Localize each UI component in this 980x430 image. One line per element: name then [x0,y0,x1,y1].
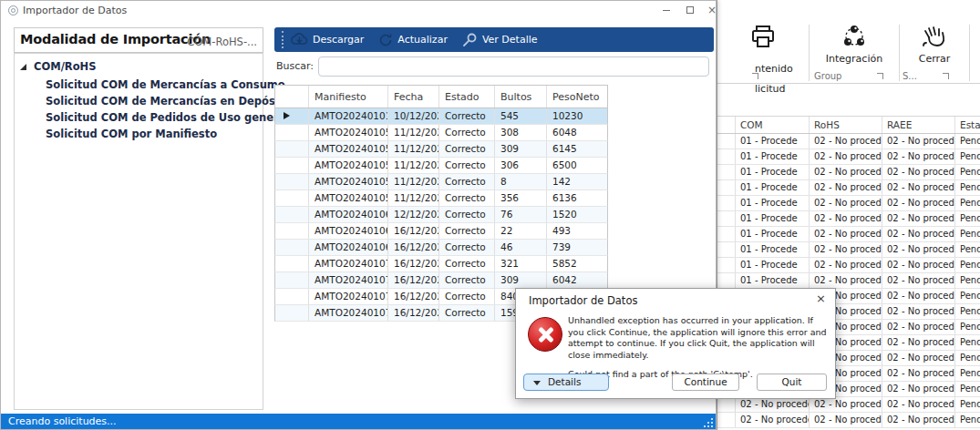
toolbar-grip[interactable] [282,31,284,48]
cell-com: 01 - Procede [736,134,810,148]
status-text: Creando solicitudes... [8,415,117,427]
cell-estado: Pendiente [955,180,980,195]
cell-bultos: 46 [495,240,547,255]
table-row[interactable]: AMTO202401054 11/12/2024 Correcto 309 61… [274,141,608,158]
dialog-close-icon[interactable]: × [816,292,826,305]
grid-header: Manifiesto Fecha Estado Bultos PesoNeto [274,85,608,108]
column-header-fecha[interactable]: Fecha [388,86,439,108]
details-button[interactable]: Details [523,374,609,391]
cell-manifiesto: AMTO202401053 [309,125,388,140]
cell-fecha: 11/12/2024 [388,125,439,140]
modality-tree: COM/RoHS Solicitud COM de Mercancías a C… [14,53,263,410]
column-header-rohs[interactable]: RoHS [810,117,882,133]
ver-detalle-button[interactable]: Ver Detalle [462,33,538,47]
column-header-com[interactable]: COM [736,117,810,133]
table-row[interactable]: AMTO202401063 16/12/2024 Correcto 22 493 [274,223,608,240]
cell-raee: 02 - No procede [882,196,955,210]
buscar-input[interactable] [318,56,709,77]
dialog-message-paragraph: Unhandled exception has occurred in your… [568,315,830,361]
cell-estado: Pendiente [955,335,980,350]
ribbon-button-label: Integración [812,54,896,64]
table-row[interactable]: 01 - Procede 02 - No procede 02 - No pro… [717,165,980,180]
cell-bultos: 306 [495,158,547,173]
ribbon-button-contenido-solicitud[interactable]: ntenido licitud [721,21,805,70]
table-row[interactable]: AMTO202401070 16/12/2024 Correcto 321 58… [274,256,608,272]
column-header-manifiesto[interactable]: Manifiesto [309,86,388,108]
row-indicator [275,125,309,140]
table-row[interactable]: AMTO202401061 12/12/2024 Correcto 76 152… [274,207,608,223]
cell-estado: Pendiente [955,351,980,365]
minimize-button[interactable] [659,5,674,17]
column-header-pesoneto[interactable]: PesoNeto [547,86,608,108]
column-header-estado[interactable]: Estado [439,86,495,108]
status-bar: Creando solicitudes... [1,414,716,429]
cell-rohs: 02 - No procede [810,258,882,272]
descargar-button[interactable]: Descargar [291,33,364,46]
table-row[interactable]: 02 - No procede 02 - No procede 02 - No … [717,397,980,413]
tree-root-com-rohs[interactable]: COM/RoHS [20,60,97,73]
table-row[interactable]: 01 - Procede 02 - No procede 02 - No pro… [717,242,980,258]
cell-bultos: 309 [495,272,547,288]
table-row[interactable]: AMTO202401013 10/12/2024 Correcto 545 10… [274,108,608,125]
cell-estado: Correcto [439,272,495,288]
table-row[interactable]: 01 - Procede 02 - No procede 02 - No pro… [717,196,980,211]
cell-estado: Correcto [439,240,495,255]
table-row[interactable]: AMTO202401075 16/12/2024 Correcto 309 60… [274,272,608,289]
cell-estado: Pendiente [955,149,980,164]
row-indicator [719,149,736,164]
close-button[interactable]: × [705,5,719,17]
cell-com: 02 - No procede [736,397,810,412]
column-header-estado[interactable]: Estado [955,117,980,133]
table-row[interactable]: 01 - Procede 02 - No procede 02 - No pro… [717,180,980,196]
cell-estado: Correcto [439,108,495,124]
tree-item[interactable]: Solicitud COM de Pedidos de Uso general [46,111,291,128]
actualizar-button[interactable]: Actualizar [378,33,448,47]
table-row[interactable]: AMTO202401053 11/12/2024 Correcto 308 60… [274,125,608,141]
ribbon-button-cerrar[interactable]: Cerrar [903,21,966,70]
tree-item[interactable]: Solicitud COM de Mercancías a Consumo [46,78,291,95]
table-row[interactable]: 01 - Procede 02 - No procede 02 - No pro… [717,134,980,149]
table-row[interactable]: AMTO202401058 11/12/2024 Correcto 356 61… [274,190,608,207]
search-row: Buscar: [276,56,714,77]
cell-estado: Pendiente [955,227,980,241]
integration-icon [812,25,896,52]
row-indicator [719,258,736,272]
table-row[interactable]: 01 - Procede 02 - No procede 02 - No pro… [717,258,980,273]
dialog-launcher-icon[interactable] [877,73,883,79]
titlebar[interactable]: Importador de Datos × [1,1,716,21]
error-dialog: Importador de Datos × Unhandled exceptio… [515,288,836,399]
table-row[interactable]: AMTO202401064 16/12/2024 Correcto 46 739 [274,240,608,256]
cell-pesoneto: 493 [547,223,608,239]
table-row[interactable]: 01 - Procede 02 - No procede 02 - No pro… [717,227,980,242]
magnifier-icon [462,33,478,47]
continue-button[interactable]: Continue [672,374,739,391]
tree-item[interactable]: Solicitud COM de Mercancías en Depósito [46,95,291,111]
row-indicator [719,211,736,226]
cell-bultos: 545 [495,108,547,124]
cell-pesoneto: 10230 [547,108,608,124]
resize-grip-icon[interactable] [702,416,713,427]
dialog-launcher-icon[interactable] [752,73,758,79]
dialog-launcher-icon[interactable] [943,73,949,79]
table-row[interactable]: 02 - No procede 02 - No procede 02 - No … [717,413,980,428]
tree-expander-icon[interactable] [20,64,26,70]
ribbon-button-integracion[interactable]: Integración [812,21,896,70]
cell-raee: 02 - No procede [882,413,955,427]
column-header-raee[interactable]: RAEE [882,117,955,133]
screen: ntenido licitud Integración [0,0,980,430]
row-indicator [275,289,309,304]
quit-button[interactable]: Quit [757,374,827,391]
cell-bultos: 321 [495,256,547,271]
table-row[interactable]: 01 - Procede 02 - No procede 02 - No pro… [717,211,980,227]
table-row[interactable]: AMTO202401055 11/12/2024 Correcto 306 65… [274,158,608,174]
table-row[interactable]: 01 - Procede 02 - No procede 02 - No pro… [717,149,980,165]
cell-fecha: 10/12/2024 [388,108,439,124]
ribbon-group-label: S... [903,71,917,81]
cell-pesoneto: 142 [547,174,608,189]
maximize-button[interactable] [683,5,697,17]
table-row[interactable]: 01 - Procede 02 - No procede 02 - No pro… [717,273,980,289]
column-header-bultos[interactable]: Bultos [495,86,547,108]
table-row[interactable]: AMTO202401056 11/12/2024 Correcto 8 142 [274,174,608,190]
cell-fecha: 16/12/2024 [388,223,439,239]
tree-item[interactable]: Solicitud COM por Manifiesto [46,128,291,144]
